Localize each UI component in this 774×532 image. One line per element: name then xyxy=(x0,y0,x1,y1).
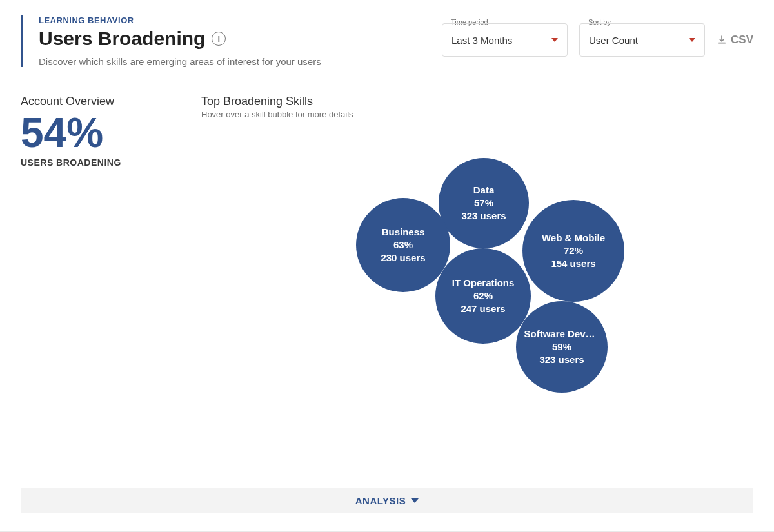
bubble-users: 323 users xyxy=(461,210,506,222)
bubble-name: Software Devel... xyxy=(524,328,600,340)
account-overview-caption: USERS BROADENING xyxy=(21,157,175,168)
analysis-label: ANALYSIS xyxy=(355,495,406,506)
chart-area: Top Broadening Skills Hover over a skill… xyxy=(201,95,753,435)
chart-title: Top Broadening Skills xyxy=(201,95,753,108)
sort-by-select[interactable]: User Count xyxy=(579,23,705,57)
info-icon[interactable]: i xyxy=(212,32,226,46)
account-overview: Account Overview 54% USERS BROADENING xyxy=(21,95,175,435)
bubble-data[interactable]: Data 57% 323 users xyxy=(439,158,529,248)
time-period-select[interactable]: Last 3 Months xyxy=(442,23,568,57)
chart-subtitle: Hover over a skill bubble for more detai… xyxy=(201,110,753,119)
page: LEARNING BEHAVIOR Users Broadening i Dis… xyxy=(0,0,774,532)
bubble-percent: 63% xyxy=(393,239,413,251)
page-header: LEARNING BEHAVIOR Users Broadening i Dis… xyxy=(21,15,753,67)
download-icon xyxy=(717,35,727,45)
bubble-chart: Data 57% 323 users Business 63% 230 user… xyxy=(310,158,645,435)
page-title: Users Broadening xyxy=(39,28,205,50)
bubble-web-mobile[interactable]: Web & Mobile 72% 154 users xyxy=(522,200,624,302)
bubble-name: Data xyxy=(473,184,495,197)
title-wrap: Users Broadening i xyxy=(39,28,321,50)
bubble-name: Web & Mobile xyxy=(542,232,605,244)
chevron-down-icon xyxy=(689,38,695,42)
header-left: LEARNING BEHAVIOR Users Broadening i Dis… xyxy=(21,15,321,67)
account-overview-title: Account Overview xyxy=(21,95,175,108)
chevron-down-icon xyxy=(411,498,419,503)
sort-by-value: User Count xyxy=(589,35,638,46)
bubble-percent: 72% xyxy=(564,244,583,257)
header-divider xyxy=(21,79,753,79)
bubble-users: 247 users xyxy=(461,302,505,315)
csv-label: CSV xyxy=(731,34,753,46)
time-period-field: Time period Last 3 Months xyxy=(442,23,568,57)
download-csv-button[interactable]: CSV xyxy=(717,34,753,46)
account-overview-percent: 54% xyxy=(21,112,175,153)
analysis-expand-button[interactable]: ANALYSIS xyxy=(21,488,753,513)
bubble-percent: 59% xyxy=(552,340,571,353)
bubble-name: Business xyxy=(382,226,425,239)
time-period-value: Last 3 Months xyxy=(452,35,512,46)
body: Account Overview 54% USERS BROADENING To… xyxy=(21,95,753,435)
bubble-users: 154 users xyxy=(551,257,595,270)
bubble-software-development[interactable]: Software Devel... 59% 323 users xyxy=(516,301,608,393)
header-controls: Time period Last 3 Months Sort by User C… xyxy=(442,23,753,57)
bubble-percent: 57% xyxy=(474,197,493,210)
page-subtitle: Discover which skills are emerging areas… xyxy=(39,56,321,67)
sort-by-field: Sort by User Count xyxy=(579,23,705,57)
bubble-users: 230 users xyxy=(381,251,425,264)
bubble-percent: 62% xyxy=(473,290,493,302)
bubble-it-operations[interactable]: IT Operations 62% 247 users xyxy=(435,248,531,344)
category-label: LEARNING BEHAVIOR xyxy=(39,15,321,25)
chevron-down-icon xyxy=(551,38,558,42)
bubble-users: 323 users xyxy=(539,353,584,366)
bubble-name: IT Operations xyxy=(452,277,515,290)
bubble-business[interactable]: Business 63% 230 users xyxy=(356,198,450,292)
